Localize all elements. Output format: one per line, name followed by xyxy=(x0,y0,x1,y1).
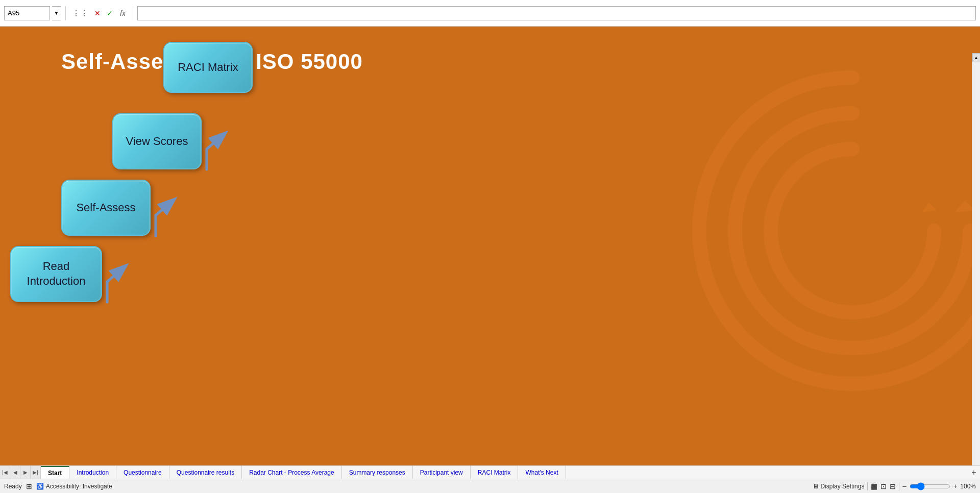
formula-bar-container: A95 ▼ ⋮⋮ ✕ ✓ fx xyxy=(0,0,980,27)
arrow-3 xyxy=(199,129,235,175)
tab-questionnaire-results-label: Questionnaire results xyxy=(177,469,234,476)
tab-participant-view-label: Participant view xyxy=(420,469,463,476)
accessibility-label: Accessibility: Investigate xyxy=(46,483,112,490)
status-separator-2 xyxy=(899,482,899,490)
tab-first-button[interactable]: |◀ xyxy=(0,466,10,479)
cell-mode-icon[interactable]: ⊞ xyxy=(26,482,32,490)
svg-marker-2 xyxy=(921,203,937,213)
scroll-up-button[interactable]: ▲ xyxy=(972,53,981,62)
ready-status: Ready xyxy=(4,483,22,490)
more-options-icon[interactable]: ⋮⋮ xyxy=(70,8,90,18)
insert-function-icon[interactable]: fx xyxy=(117,9,129,17)
tab-questionnaire-label: Questionnaire xyxy=(124,469,162,476)
page-break-icon[interactable]: ⊟ xyxy=(890,482,896,490)
tab-start[interactable]: Start xyxy=(41,466,69,479)
name-box[interactable]: A95 xyxy=(4,6,50,20)
scroll-track xyxy=(972,62,980,465)
accessibility-icon: ♿ xyxy=(36,483,44,490)
zoom-out-icon[interactable]: – xyxy=(902,482,906,490)
sheet-tabs-bar: |◀ ◀ ▶ ▶| Start Introduction Questionnai… xyxy=(0,465,980,479)
self-assess-label: Self-Assess xyxy=(76,201,135,215)
formula-bar-separator xyxy=(133,6,133,20)
tab-participant-view[interactable]: Participant view xyxy=(413,466,471,479)
status-bar: Ready ⊞ ♿ Accessibility: Investigate 🖥 D… xyxy=(0,479,980,493)
zoom-in-icon[interactable]: + xyxy=(953,482,958,490)
tab-raci-matrix-label: RACI Matrix xyxy=(478,469,511,476)
tab-whats-next[interactable]: What's Next xyxy=(518,466,566,479)
self-assess-button[interactable]: Self-Assess xyxy=(61,180,151,236)
formula-separator xyxy=(65,6,66,20)
name-box-dropdown[interactable]: ▼ xyxy=(52,6,61,20)
zoom-slider[interactable] xyxy=(910,482,950,490)
view-scores-button[interactable]: View Scores xyxy=(112,113,202,169)
read-intro-label: Read Introduction xyxy=(27,259,86,288)
raci-matrix-button[interactable]: RACI Matrix xyxy=(163,42,253,93)
tab-raci-matrix[interactable]: RACI Matrix xyxy=(471,466,519,479)
tabs-list: Start Introduction Questionnaire Questio… xyxy=(41,466,966,479)
tab-radar-chart-label: Radar Chart - Process Average xyxy=(249,469,334,476)
confirm-formula-icon[interactable]: ✓ xyxy=(105,9,115,17)
arrow-2 xyxy=(148,195,184,241)
add-sheet-button[interactable]: + xyxy=(968,466,980,479)
formula-input[interactable] xyxy=(137,6,976,20)
tab-summary-responses[interactable]: Summary responses xyxy=(342,466,413,479)
flow-diagram: Read Introduction Self-Assess xyxy=(0,27,306,384)
arrow-1 xyxy=(100,261,135,307)
zoom-level: 100% xyxy=(960,483,976,490)
raci-matrix-label: RACI Matrix xyxy=(178,60,238,75)
view-scores-label: View Scores xyxy=(126,134,188,149)
tab-last-button[interactable]: ▶| xyxy=(31,466,41,479)
main-canvas: Self-Assessment: ISO 55000 Read Introduc… xyxy=(0,27,980,465)
tab-radar-chart[interactable]: Radar Chart - Process Average xyxy=(242,466,342,479)
page-layout-icon[interactable]: ⊡ xyxy=(880,482,887,490)
read-introduction-button[interactable]: Read Introduction xyxy=(10,246,102,302)
tab-questionnaire-results[interactable]: Questionnaire results xyxy=(169,466,242,479)
tab-questionnaire[interactable]: Questionnaire xyxy=(116,466,169,479)
tab-introduction-label: Introduction xyxy=(77,469,109,476)
status-left: Ready ⊞ ♿ Accessibility: Investigate xyxy=(4,482,808,490)
tab-introduction[interactable]: Introduction xyxy=(69,466,116,479)
vertical-scrollbar[interactable]: ▲ ▼ xyxy=(972,53,980,465)
background-decoration xyxy=(674,52,980,409)
tab-whats-next-label: What's Next xyxy=(525,469,558,476)
tab-next-button[interactable]: ▶ xyxy=(20,466,31,479)
display-settings-button[interactable]: 🖥 Display Settings xyxy=(813,483,864,490)
cancel-formula-icon[interactable]: ✕ xyxy=(92,9,103,17)
tab-start-label: Start xyxy=(48,470,62,477)
accessibility-button[interactable]: ♿ Accessibility: Investigate xyxy=(36,483,112,490)
normal-view-icon[interactable]: ▦ xyxy=(871,482,877,490)
name-box-value: A95 xyxy=(8,9,19,17)
tab-summary-responses-label: Summary responses xyxy=(349,469,405,476)
tab-prev-button[interactable]: ◀ xyxy=(10,466,20,479)
status-right: 🖥 Display Settings ▦ ⊡ ⊟ – + 100% xyxy=(813,482,976,490)
status-separator-1 xyxy=(867,482,868,490)
